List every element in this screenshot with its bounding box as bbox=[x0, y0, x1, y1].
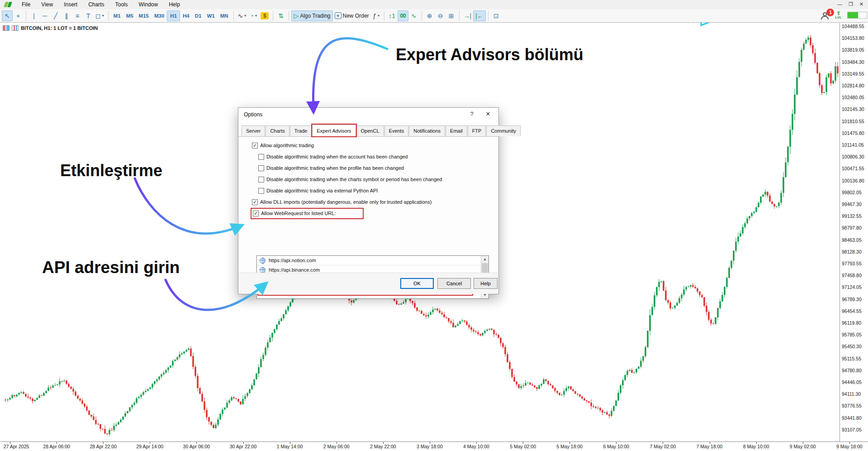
algo-trading-button[interactable]: ▷Algo Trading bbox=[291, 10, 332, 21]
candle-body bbox=[396, 301, 398, 305]
dialog-help-button[interactable]: ? bbox=[468, 110, 476, 117]
close-button[interactable]: ✕ bbox=[859, 1, 863, 7]
tab-charts[interactable]: Charts bbox=[266, 125, 289, 136]
tab-community[interactable]: Community bbox=[486, 125, 521, 136]
cancel-button[interactable]: Cancel bbox=[437, 278, 471, 289]
tab-notifications[interactable]: Notifications bbox=[409, 125, 445, 136]
candle-body bbox=[41, 395, 43, 396]
candle-body bbox=[161, 374, 162, 377]
timeframe-m30-button[interactable]: M30 bbox=[152, 10, 167, 21]
candle-body bbox=[694, 287, 696, 288]
tab-opencl[interactable]: OpenCL bbox=[356, 125, 384, 136]
price-label: 94446.05 bbox=[842, 379, 862, 385]
shift-chart-left-button[interactable]: |← bbox=[473, 10, 486, 21]
candle-body bbox=[18, 393, 20, 394]
timeframe-w1-button[interactable]: W1 bbox=[204, 10, 217, 21]
menu-file[interactable]: File bbox=[16, 0, 36, 9]
channel-tool-button[interactable]: ∥ bbox=[61, 10, 72, 21]
trendline-tool-button[interactable]: ╱ bbox=[50, 10, 61, 21]
checkbox-unchecked[interactable] bbox=[258, 165, 264, 171]
candle-body bbox=[577, 394, 579, 395]
restore-button[interactable]: ❐ bbox=[849, 1, 853, 7]
candle-body bbox=[29, 398, 31, 399]
chart-style-button[interactable]: ∿▾ bbox=[236, 10, 248, 21]
text-tool-button[interactable]: T bbox=[83, 10, 94, 21]
menu-view[interactable]: View bbox=[36, 0, 58, 9]
timeframe-h4-button[interactable]: H4 bbox=[180, 10, 192, 21]
timeframe-h1-button[interactable]: H1 bbox=[167, 10, 180, 21]
horizontal-line-tool-button[interactable]: ─ bbox=[39, 10, 50, 21]
menu-help[interactable]: Help bbox=[163, 0, 185, 9]
price-label: 103819.05 bbox=[842, 47, 864, 53]
shift-chart-right-button[interactable]: →| bbox=[462, 10, 474, 21]
checkbox-row: Disable algorithmic trading when the cha… bbox=[258, 176, 442, 182]
menu-tools[interactable]: Tools bbox=[110, 0, 133, 9]
grid-button[interactable]: ⊞ bbox=[446, 10, 457, 21]
indicators-button[interactable]: ◔▾ bbox=[248, 10, 259, 21]
tab-events[interactable]: Events bbox=[384, 125, 409, 136]
url-list-item[interactable]: https://api.notion.com bbox=[257, 256, 489, 265]
price-label: 98463.05 bbox=[842, 237, 862, 243]
tab-trade[interactable]: Trade bbox=[290, 125, 312, 136]
checkbox-checked[interactable]: ✓ bbox=[252, 143, 258, 149]
zoom-out-button[interactable]: ⊖ bbox=[435, 10, 446, 21]
timeframe-m15-button[interactable]: M15 bbox=[136, 10, 152, 21]
line-view-button[interactable]: ∿ bbox=[408, 10, 419, 21]
tab-email[interactable]: Email bbox=[446, 125, 467, 136]
fibonacci-tool-button[interactable]: ≡ bbox=[72, 10, 83, 21]
candle-body bbox=[651, 307, 653, 315]
scrollbar-thumb[interactable] bbox=[482, 263, 488, 273]
options-dialog-titlebar[interactable]: Options ? ✕ bbox=[238, 108, 498, 121]
cursor-tool-button[interactable]: ↖ bbox=[2, 10, 13, 21]
crosshair-tool-button[interactable]: + bbox=[13, 10, 24, 21]
candle-body bbox=[430, 312, 432, 315]
time-axis[interactable]: 27 Apr 202528 Apr 06:0028 Apr 22:0029 Ap… bbox=[0, 441, 868, 451]
checkbox-checked[interactable]: ✓ bbox=[252, 199, 258, 205]
candle-body bbox=[665, 291, 667, 300]
vertical-line-tool-button[interactable]: ∣ bbox=[28, 10, 39, 21]
checkbox-checked[interactable]: ✓ bbox=[253, 211, 259, 216]
screenshot-button[interactable]: ⊡ bbox=[491, 10, 502, 21]
checkbox-unchecked[interactable] bbox=[258, 188, 264, 194]
help-button[interactable]: Help bbox=[474, 278, 498, 289]
tab-expert-advisors[interactable]: Expert Advisors bbox=[312, 125, 356, 136]
market-watch-button[interactable]: $ bbox=[259, 10, 270, 21]
tab-server[interactable]: Server bbox=[242, 125, 265, 136]
tab-ftp[interactable]: FTP bbox=[468, 125, 486, 136]
time-label: 6 May 10:00 bbox=[603, 444, 629, 449]
price-label: 103484.30 bbox=[842, 59, 864, 65]
candle-body bbox=[787, 147, 789, 162]
candle-body bbox=[457, 324, 459, 326]
timeframe-mn-button[interactable]: MN bbox=[218, 10, 231, 21]
tick-chart-button[interactable]: ↕1 bbox=[387, 10, 398, 21]
candle-body bbox=[489, 329, 490, 330]
dialog-close-button[interactable]: ✕ bbox=[484, 110, 492, 117]
candlestick-view-button[interactable]: 00 bbox=[398, 10, 408, 21]
candle-body bbox=[737, 236, 739, 241]
quick-trade-button[interactable]: ƒ▾ bbox=[371, 10, 382, 21]
candle-body bbox=[807, 38, 809, 40]
checkbox-unchecked[interactable] bbox=[258, 154, 264, 160]
timeframe-m1-button[interactable]: M1 bbox=[111, 10, 123, 21]
candle-body bbox=[495, 334, 497, 335]
notification-badge: 1 bbox=[826, 9, 834, 16]
timeframe-m5-button[interactable]: M5 bbox=[123, 10, 136, 21]
scroll-up-icon[interactable]: ▲ bbox=[481, 256, 489, 263]
zoom-in-button[interactable]: ⊕ bbox=[424, 10, 435, 21]
timeframe-d1-button[interactable]: D1 bbox=[192, 10, 204, 21]
shapes-tool-button[interactable]: ◻▾ bbox=[94, 10, 106, 21]
menu-insert[interactable]: Insert bbox=[58, 0, 83, 9]
checkbox-unchecked[interactable] bbox=[258, 177, 264, 182]
minimize-button[interactable]: — bbox=[837, 1, 842, 7]
price-axis[interactable]: 104488.55104153.80103819.05103484.301031… bbox=[840, 23, 868, 441]
menu-charts[interactable]: Charts bbox=[83, 0, 109, 9]
buy-sell-arrows-button[interactable]: ⇅ bbox=[275, 10, 286, 21]
candle-body bbox=[613, 406, 615, 411]
account-user-icon[interactable]: 1 bbox=[821, 11, 830, 19]
candle-body bbox=[104, 429, 106, 433]
new-order-button[interactable]: +New Order bbox=[333, 10, 371, 21]
menu-window[interactable]: Window bbox=[133, 0, 164, 9]
candle-body bbox=[767, 192, 768, 196]
candle-body bbox=[837, 66, 839, 73]
ok-button[interactable]: OK bbox=[400, 278, 434, 289]
